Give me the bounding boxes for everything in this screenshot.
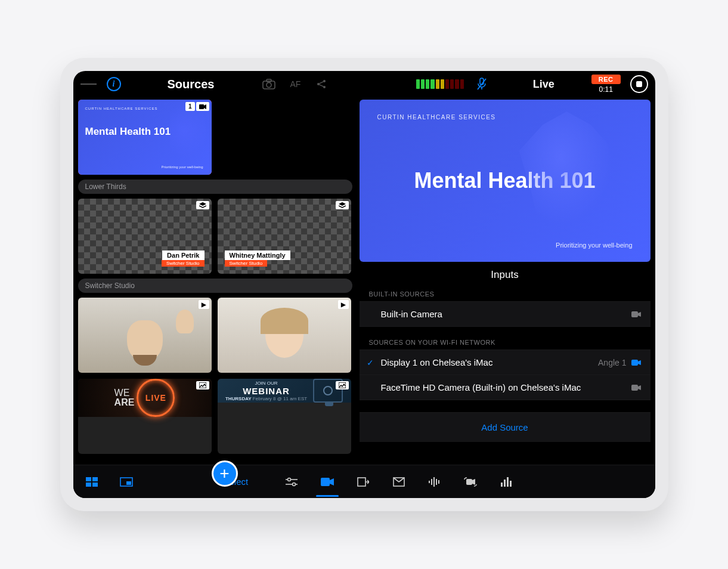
svg-rect-35 bbox=[466, 479, 472, 485]
layers-icon bbox=[336, 201, 349, 209]
slide-title-small: Mental Health 101 bbox=[85, 126, 205, 138]
svg-rect-16 bbox=[631, 385, 638, 391]
svg-rect-33 bbox=[436, 479, 437, 485]
audio-icon[interactable] bbox=[426, 473, 444, 491]
camera-icon bbox=[631, 311, 641, 317]
ipad-frame: i Sources AF Live REC 0:11 bbox=[60, 58, 668, 511]
share-icon[interactable] bbox=[313, 76, 330, 92]
inputs-list: BUILT-IN SOURCES Built-in Camera SOURCES… bbox=[360, 287, 650, 465]
svg-rect-27 bbox=[321, 478, 330, 486]
camera-icon[interactable] bbox=[261, 76, 277, 92]
join-text: JOIN OUR bbox=[225, 381, 307, 386]
play-icon: ▶ bbox=[199, 300, 209, 309]
lower-third-sub: Switcher Studio bbox=[225, 260, 268, 267]
preview-title: Mental Health 101 bbox=[377, 168, 633, 193]
lower-third-name: Whitney Mattingly bbox=[225, 251, 290, 260]
mic-muted-icon[interactable] bbox=[473, 76, 490, 92]
svg-rect-31 bbox=[431, 479, 432, 485]
svg-rect-20 bbox=[92, 483, 98, 487]
svg-rect-11 bbox=[199, 104, 204, 109]
grid-icon[interactable] bbox=[83, 473, 101, 491]
record-indicator: REC 0:11 bbox=[591, 75, 621, 94]
app-screen: i Sources AF Live REC 0:11 bbox=[73, 71, 655, 498]
preview-brand: CURTIN HEALTHCARE SERVICES bbox=[377, 114, 633, 120]
video-icon bbox=[196, 102, 209, 111]
audio-meter bbox=[416, 79, 464, 89]
source-card-slide[interactable]: CURTIN HEALTHCARE SERVICES Mental Health… bbox=[78, 100, 212, 175]
autofocus-button[interactable]: AF bbox=[287, 76, 303, 92]
check-icon: ✓ bbox=[367, 358, 374, 367]
top-bar: i Sources AF Live REC 0:11 bbox=[73, 71, 655, 97]
video-source-card[interactable]: ▶ bbox=[218, 298, 351, 373]
svg-rect-36 bbox=[501, 483, 503, 487]
menu-icon[interactable] bbox=[80, 76, 97, 92]
input-name: Built-in Camera bbox=[381, 309, 442, 319]
camera-icon bbox=[631, 385, 641, 391]
svg-rect-37 bbox=[504, 480, 506, 487]
input-row-display1[interactable]: ✓ Display 1 on Chelsea's iMac Angle 1 bbox=[360, 350, 650, 375]
svg-rect-38 bbox=[507, 477, 509, 487]
image-icon bbox=[196, 381, 209, 389]
info-icon[interactable]: i bbox=[107, 77, 121, 91]
svg-rect-18 bbox=[92, 477, 98, 481]
input-name: FaceTime HD Camera (Built-in) on Chelsea… bbox=[381, 382, 581, 392]
lower-third-card[interactable]: Whitney Mattingly Switcher Studio bbox=[218, 199, 351, 274]
svg-rect-14 bbox=[631, 311, 638, 317]
lower-third-name: Dan Petrik bbox=[162, 251, 204, 260]
slide-sub-small: Prioritizing your well-being bbox=[161, 165, 203, 169]
svg-rect-32 bbox=[433, 477, 435, 487]
live-panel: CURTIN HEALTHCARE SERVICES Mental Health… bbox=[360, 97, 655, 465]
sources-panel: CURTIN HEALTHCARE SERVICES Mental Health… bbox=[73, 97, 360, 465]
output-icon[interactable] bbox=[354, 473, 372, 491]
live-preview: CURTIN HEALTHCARE SERVICES Mental Health… bbox=[360, 100, 650, 262]
lower-third-sub: Switcher Studio bbox=[162, 260, 205, 267]
input-row-facetime[interactable]: FaceTime HD Camera (Built-in) on Chelsea… bbox=[360, 375, 650, 400]
video-tab-icon[interactable] bbox=[318, 473, 336, 491]
layers-icon bbox=[196, 201, 209, 209]
stats-icon[interactable] bbox=[497, 473, 515, 491]
section-lower-thirds[interactable]: Lower Thirds bbox=[78, 180, 352, 194]
add-button[interactable]: + bbox=[212, 460, 238, 487]
main-area: CURTIN HEALTHCARE SERVICES Mental Health… bbox=[73, 97, 655, 465]
layout-icon[interactable] bbox=[117, 473, 135, 491]
lower-third-card[interactable]: Dan Petrik Switcher Studio bbox=[78, 199, 212, 274]
svg-rect-28 bbox=[358, 478, 365, 486]
live-neon-text: LIVE bbox=[137, 379, 175, 417]
stop-button[interactable] bbox=[630, 75, 648, 93]
svg-rect-2 bbox=[267, 79, 271, 82]
graphic-source-card[interactable]: JOIN OUR WEBINAR THURSDAY February 8 @ 1… bbox=[218, 379, 351, 454]
live-label: Live bbox=[533, 78, 554, 91]
add-source-button[interactable]: Add Source bbox=[360, 412, 650, 442]
sources-title: Sources bbox=[167, 78, 214, 91]
svg-rect-30 bbox=[429, 481, 430, 483]
wifi-section-label: SOURCES ON YOUR WI-FI NETWORK bbox=[360, 335, 650, 350]
time-text: February 8 @ 11 am EST bbox=[253, 396, 307, 401]
switch-camera-icon[interactable] bbox=[461, 473, 479, 491]
builtin-section-label: BUILT-IN SOURCES bbox=[360, 287, 650, 301]
rec-time: 0:11 bbox=[599, 85, 612, 94]
preview-subtitle: Prioritizing your well-being bbox=[556, 242, 632, 249]
section-switcher-studio[interactable]: Switcher Studio bbox=[78, 279, 352, 293]
video-source-card[interactable]: ▶ bbox=[78, 298, 212, 373]
svg-rect-34 bbox=[438, 480, 439, 484]
webinar-text: WEBINAR bbox=[225, 386, 307, 396]
graphic-source-card[interactable]: WEARE LIVE bbox=[78, 379, 212, 454]
inputs-title: Inputs bbox=[360, 262, 650, 287]
svg-point-25 bbox=[288, 478, 291, 481]
input-row-builtin-camera[interactable]: Built-in Camera bbox=[360, 301, 650, 327]
play-icon: ▶ bbox=[338, 300, 349, 309]
day-text: THURSDAY bbox=[225, 396, 252, 401]
svg-point-1 bbox=[267, 83, 271, 88]
svg-point-26 bbox=[293, 483, 296, 485]
camera-icon bbox=[631, 360, 641, 366]
sliders-icon[interactable] bbox=[283, 473, 301, 491]
source-number-badge: 1 bbox=[185, 102, 195, 111]
input-angle: Angle 1 bbox=[598, 358, 631, 367]
svg-line-7 bbox=[320, 85, 324, 86]
image-icon bbox=[336, 381, 349, 389]
bottom-bar: + Select bbox=[73, 465, 655, 498]
crop-icon[interactable] bbox=[390, 473, 408, 491]
svg-rect-17 bbox=[86, 477, 91, 481]
svg-rect-15 bbox=[631, 360, 638, 366]
svg-rect-19 bbox=[86, 483, 91, 487]
